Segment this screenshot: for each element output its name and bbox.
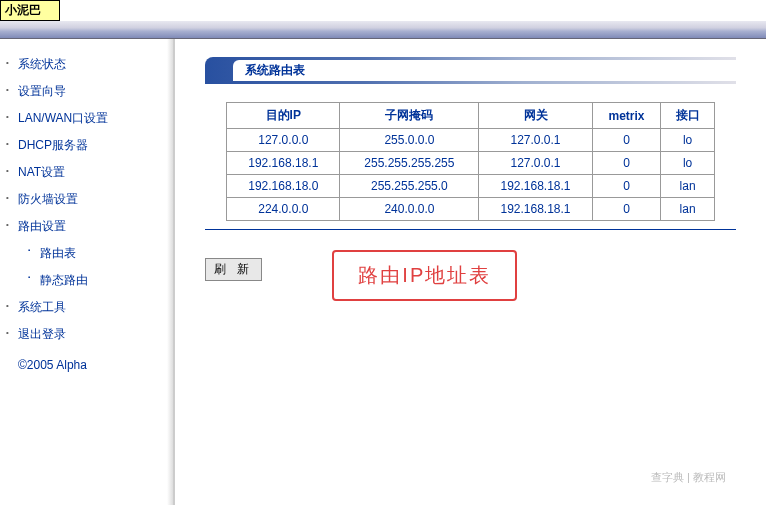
- nav-route-table[interactable]: 路由表: [40, 240, 165, 267]
- table-row: 192.168.18.1255.255.255.255127.0.0.10lo: [227, 152, 715, 175]
- table-row: 192.168.18.0255.255.255.0192.168.18.10la…: [227, 175, 715, 198]
- table-cell: 224.0.0.0: [227, 198, 340, 221]
- nav-firewall[interactable]: 防火墙设置: [18, 186, 165, 213]
- th-dest-ip: 目的IP: [227, 103, 340, 129]
- nav-lan-wan[interactable]: LAN/WAN口设置: [18, 105, 165, 132]
- table-cell: 0: [592, 152, 661, 175]
- divider: [205, 229, 736, 230]
- annotation-callout: 路由IP地址表: [332, 250, 517, 301]
- table-cell: 192.168.18.1: [479, 175, 592, 198]
- header-gradient-bar: [0, 21, 766, 39]
- table-cell: 127.0.0.1: [479, 152, 592, 175]
- table-row: 224.0.0.0240.0.0.0192.168.18.10lan: [227, 198, 715, 221]
- nav-system-status[interactable]: 系统状态: [18, 51, 165, 78]
- th-gateway: 网关: [479, 103, 592, 129]
- section-header: 系统路由表: [205, 57, 736, 84]
- table-cell: lan: [661, 198, 714, 221]
- table-cell: 0: [592, 198, 661, 221]
- th-interface: 接口: [661, 103, 714, 129]
- table-cell: 240.0.0.0: [340, 198, 479, 221]
- nav-routing-sub: 路由表 静态路由: [18, 240, 165, 294]
- nav-routing[interactable]: 路由设置: [18, 213, 165, 240]
- table-cell: 0: [592, 175, 661, 198]
- route-table: 目的IP 子网掩码 网关 metrix 接口 127.0.0.0255.0.0.…: [226, 102, 715, 221]
- table-cell: 192.168.18.1: [479, 198, 592, 221]
- nav-static-route[interactable]: 静态路由: [40, 267, 165, 294]
- window-title: 小泥巴: [0, 0, 60, 21]
- th-netmask: 子网掩码: [340, 103, 479, 129]
- copyright: ©2005 Alpha: [18, 358, 165, 372]
- nav-logout[interactable]: 退出登录: [18, 321, 165, 348]
- table-cell: 255.255.255.0: [340, 175, 479, 198]
- action-row: 刷 新 路由IP地址表: [205, 238, 736, 301]
- table-cell: 192.168.18.0: [227, 175, 340, 198]
- sidebar: 系统状态 设置向导 LAN/WAN口设置 DHCP服务器 NAT设置 防火墙设置…: [0, 39, 175, 505]
- main-container: 系统状态 设置向导 LAN/WAN口设置 DHCP服务器 NAT设置 防火墙设置…: [0, 39, 766, 505]
- nav-setup-wizard[interactable]: 设置向导: [18, 78, 165, 105]
- table-cell: lan: [661, 175, 714, 198]
- th-metrix: metrix: [592, 103, 661, 129]
- table-row: 127.0.0.0255.0.0.0127.0.0.10lo: [227, 129, 715, 152]
- nav-system-tools[interactable]: 系统工具: [18, 294, 165, 321]
- section-title: 系统路由表: [233, 60, 736, 81]
- main-panel: 系统路由表 目的IP 子网掩码 网关 metrix 接口 127.0.0.025…: [175, 39, 766, 505]
- table-cell: 127.0.0.1: [479, 129, 592, 152]
- table-cell: 255.255.255.255: [340, 152, 479, 175]
- nav-dhcp[interactable]: DHCP服务器: [18, 132, 165, 159]
- table-cell: lo: [661, 152, 714, 175]
- table-cell: lo: [661, 129, 714, 152]
- table-cell: 0: [592, 129, 661, 152]
- nav-nat[interactable]: NAT设置: [18, 159, 165, 186]
- refresh-button[interactable]: 刷 新: [205, 258, 262, 281]
- table-header-row: 目的IP 子网掩码 网关 metrix 接口: [227, 103, 715, 129]
- watermark: 查字典 | 教程网: [651, 470, 726, 485]
- nav-list: 系统状态 设置向导 LAN/WAN口设置 DHCP服务器 NAT设置 防火墙设置…: [18, 51, 165, 348]
- table-cell: 255.0.0.0: [340, 129, 479, 152]
- table-cell: 192.168.18.1: [227, 152, 340, 175]
- table-cell: 127.0.0.0: [227, 129, 340, 152]
